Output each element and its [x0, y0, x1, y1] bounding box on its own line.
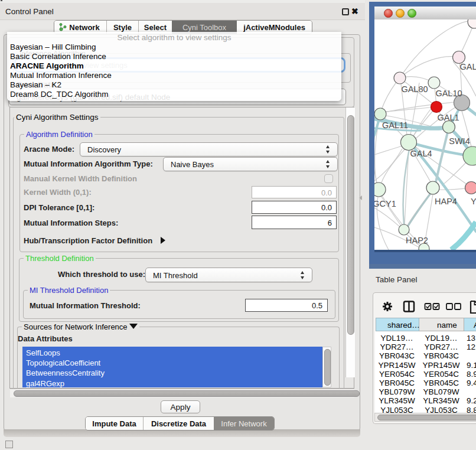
svg-text:HAP2: HAP2 — [406, 236, 428, 245]
svg-text:GCY1: GCY1 — [374, 199, 396, 208]
svg-text:GAL10: GAL10 — [435, 89, 462, 98]
svg-text:GAL11: GAL11 — [382, 120, 408, 130]
svg-text:GAL4: GAL4 — [410, 149, 432, 158]
svg-text:GAL7: GAL7 — [459, 62, 476, 71]
svg-text:YL: YL — [471, 197, 476, 206]
svg-text:GAL1: GAL1 — [437, 113, 459, 122]
svg-text:GAL80: GAL80 — [401, 84, 428, 94]
svg-text:SWI4: SWI4 — [449, 136, 470, 146]
svg-text:HAP4: HAP4 — [435, 197, 457, 206]
